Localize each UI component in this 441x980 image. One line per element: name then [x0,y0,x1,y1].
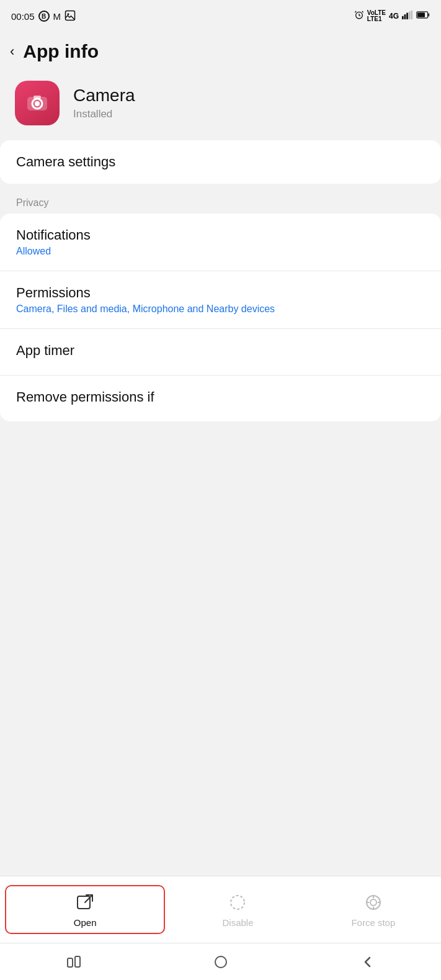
back-button[interactable]: ‹ [10,43,14,60]
disable-button[interactable]: Disable [170,891,305,928]
open-label: Open [74,917,97,928]
app-status: Installed [73,108,135,120]
open-button[interactable]: Open [5,885,165,934]
privacy-list-card: Notifications Allowed Permissions Camera… [0,214,441,421]
svg-rect-5 [406,12,408,19]
notifications-title: Notifications [16,227,425,243]
bottom-action-bar: Open Disable Force stop [0,876,441,943]
remove-permissions-title: Remove permissions if [16,389,425,405]
permissions-item[interactable]: Permissions Camera, Files and media, Mic… [0,271,441,329]
b-icon: B [38,11,50,22]
camera-app-icon [25,91,50,115]
camera-settings-title: Camera settings [16,154,115,169]
svg-point-18 [370,899,376,906]
status-left: 00:05 B M [11,10,76,23]
4g-icon: 4G [389,12,399,20]
app-timer-title: App timer [16,343,425,359]
disable-icon [226,891,249,914]
recents-nav-button[interactable] [55,950,92,974]
svg-rect-10 [428,13,429,16]
force-stop-button[interactable]: Force stop [306,891,441,928]
status-bar: 00:05 B M VoLTELTE1 4G [0,0,441,30]
gmail-icon: M [53,11,61,22]
svg-rect-6 [409,12,411,20]
app-name-col: Camera Installed [73,86,135,120]
home-nav-button[interactable] [202,950,239,974]
camera-settings-card[interactable]: Camera settings [0,140,441,184]
app-info-row: Camera Installed [0,71,441,140]
remove-permissions-item[interactable]: Remove permissions if [0,375,441,421]
battery-icon [416,11,430,22]
app-name: Camera [73,86,135,106]
svg-rect-14 [33,96,41,99]
time: 00:05 [11,11,35,22]
svg-rect-7 [411,11,412,19]
svg-rect-15 [78,896,90,909]
notifications-item[interactable]: Notifications Allowed [0,214,441,271]
content: Camera settings Privacy Notifications Al… [0,140,441,546]
svg-point-16 [231,896,244,909]
app-icon [15,81,60,125]
nav-bar [0,943,441,980]
volte-icon: VoLTELTE1 [367,10,386,22]
svg-rect-25 [215,956,226,968]
disable-label: Disable [222,917,253,928]
signal-icon [402,10,413,22]
permissions-subtitle: Camera, Files and media, Microphone and … [16,303,425,315]
alarm-icon [354,10,364,22]
open-icon [74,891,96,914]
svg-rect-24 [75,956,80,967]
privacy-label: Privacy [0,189,441,214]
svg-point-1 [68,13,69,15]
svg-point-13 [35,101,40,106]
app-timer-item[interactable]: App timer [0,329,441,375]
svg-rect-23 [68,958,73,967]
page-title: App info [23,41,99,62]
header: ‹ App info [0,30,441,71]
svg-rect-4 [404,14,406,19]
force-stop-label: Force stop [351,917,395,928]
svg-rect-3 [402,16,404,19]
gallery-icon [65,10,76,23]
status-right: VoLTELTE1 4G [354,10,430,22]
svg-rect-9 [417,12,425,17]
permissions-title: Permissions [16,285,425,301]
camera-settings-item[interactable]: Camera settings [0,140,441,184]
force-stop-icon [362,891,385,914]
back-nav-button[interactable] [349,950,386,974]
notifications-subtitle: Allowed [16,246,425,257]
